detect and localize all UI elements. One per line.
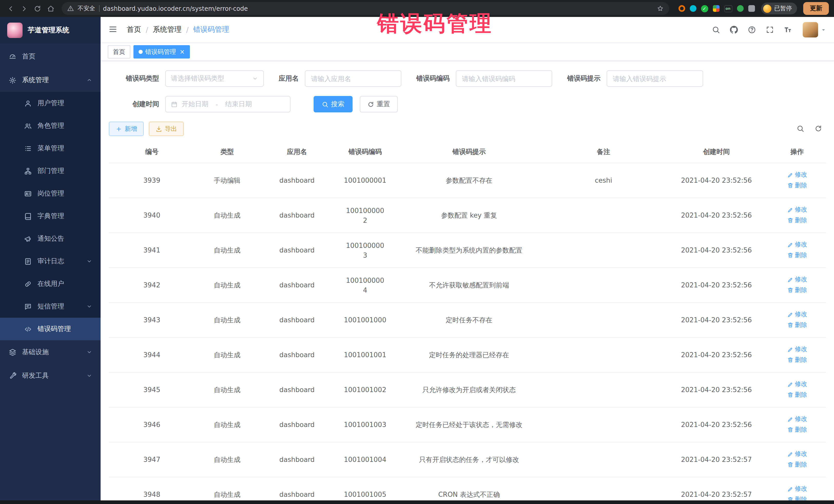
users-icon [24, 122, 32, 130]
tab-error-code[interactable]: 错误码管理 × [133, 45, 190, 59]
delete-link[interactable]: 删除 [787, 285, 807, 295]
refresh-table-icon[interactable] [814, 125, 823, 133]
delete-link[interactable]: 删除 [787, 460, 807, 469]
sidebar: 芋道管理系统 首页系统管理用户管理角色管理菜单管理部门管理岗位管理字典管理通知公… [0, 17, 101, 504]
sidebar-item-错误码管理[interactable]: 错误码管理 [0, 318, 101, 340]
refresh-icon [368, 101, 374, 108]
help-icon[interactable] [747, 25, 756, 35]
sidebar-item-用户管理[interactable]: 用户管理 [0, 92, 101, 114]
tags-view: 首页 错误码管理 × [101, 43, 834, 61]
col-type: 类型 [195, 141, 259, 163]
browser-chrome: 不安全 dashboard.yudao.iocoder.cn/system/er… [0, 0, 834, 17]
date-range-picker[interactable]: 开始日期 - 结束日期 [165, 96, 290, 112]
github-icon[interactable] [729, 25, 739, 35]
delete-link[interactable]: 删除 [787, 320, 807, 330]
sidebar-item-基础设施[interactable]: 基础设施 [0, 340, 101, 364]
cell-id: 3939 [109, 163, 195, 198]
delete-link[interactable]: 删除 [787, 215, 807, 225]
cell-remark [543, 372, 664, 407]
show-search-icon[interactable] [796, 125, 805, 133]
error-code-input[interactable] [456, 70, 552, 87]
delete-link[interactable]: 删除 [787, 355, 807, 365]
cell-remark [543, 198, 664, 233]
url-text: dashboard.yudao.iocoder.cn/system/error-… [103, 5, 653, 12]
close-tab-icon[interactable]: × [180, 49, 185, 55]
table-row: 3945自动生成dashboard1001001002只允许修改为开启或者关闭状… [109, 372, 826, 407]
sidebar-item-岗位管理[interactable]: 岗位管理 [0, 182, 101, 205]
hamburger-icon[interactable] [108, 25, 118, 35]
green-extension-icon[interactable] [737, 5, 743, 12]
breadcrumb-home[interactable]: 首页 [127, 25, 141, 35]
forward-icon[interactable] [19, 3, 30, 14]
edit-link[interactable]: 修改 [787, 414, 807, 424]
delete-link[interactable]: 删除 [787, 180, 807, 190]
vue-devtools-extension-icon[interactable] [701, 5, 708, 12]
cell-actions: 修改删除 [768, 337, 826, 372]
not-secure-warning-icon [67, 5, 74, 12]
edit-link[interactable]: 修改 [787, 170, 807, 180]
cell-type: 自动生成 [195, 442, 259, 477]
edit-link[interactable]: 修改 [787, 205, 807, 215]
app-name-input[interactable] [305, 70, 401, 87]
download-icon [155, 126, 162, 132]
app-logo[interactable]: 芋道管理系统 [0, 17, 101, 44]
font-size-icon[interactable] [783, 25, 792, 35]
edit-link[interactable]: 修改 [787, 344, 807, 354]
table-row: 3946自动生成dashboard1001001003定时任务已经处于该状态，无… [109, 407, 826, 442]
delete-link[interactable]: 删除 [787, 390, 807, 399]
delete-link[interactable]: 删除 [787, 425, 807, 435]
sidebar-item-系统管理[interactable]: 系统管理 [0, 68, 101, 92]
sidebar-item-菜单管理[interactable]: 菜单管理 [0, 137, 101, 160]
book-icon [24, 212, 32, 220]
back-icon[interactable] [5, 3, 17, 14]
export-button[interactable]: 导出 [149, 122, 184, 136]
apps-grid-extension-icon[interactable] [712, 5, 719, 12]
address-bar[interactable]: 不安全 dashboard.yudao.iocoder.cn/system/er… [62, 2, 669, 15]
bookmark-star-icon[interactable] [657, 5, 663, 12]
org-icon [24, 167, 32, 175]
cell-type: 自动生成 [195, 233, 259, 268]
cell-hint: CRON 表达式不正确 [396, 477, 543, 504]
sidebar-item-字典管理[interactable]: 字典管理 [0, 205, 101, 227]
edit-link[interactable]: 修改 [787, 309, 807, 319]
delete-link[interactable]: 删除 [787, 250, 807, 260]
sidebar-item-研发工具[interactable]: 研发工具 [0, 364, 101, 388]
search-button[interactable]: 搜索 [313, 96, 353, 112]
cell-time: 2021-04-20 23:52:56 [664, 337, 768, 372]
sms-icon [24, 302, 32, 310]
edit-link[interactable]: 修改 [787, 240, 807, 249]
sidebar-item-审计日志[interactable]: 审计日志 [0, 250, 101, 272]
edit-link[interactable]: 修改 [787, 275, 807, 284]
edit-link[interactable]: 修改 [787, 379, 807, 389]
update-button[interactable]: 更新 [803, 2, 829, 15]
home-icon[interactable] [45, 3, 57, 14]
col-id: 编号 [109, 141, 195, 163]
tab-home[interactable]: 首页 [108, 45, 130, 59]
error-type-select[interactable]: 请选择错误码类型 [165, 70, 264, 87]
cell-code: 1001001001 [335, 337, 395, 372]
add-button[interactable]: 新增 [109, 122, 144, 136]
colorpicker-extension-icon[interactable] [689, 5, 696, 12]
breadcrumb-system[interactable]: 系统管理 [153, 25, 181, 35]
fullscreen-icon[interactable] [765, 25, 774, 35]
record-extension-icon[interactable] [678, 5, 685, 12]
reset-button[interactable]: 重置 [360, 96, 398, 112]
reload-icon[interactable] [32, 3, 43, 14]
error-hint-input[interactable] [607, 70, 703, 87]
cell-remark: ceshi [543, 163, 664, 198]
paused-badge[interactable]: 已暂停 [761, 3, 797, 14]
sidebar-item-部门管理[interactable]: 部门管理 [0, 160, 101, 182]
search-icon[interactable] [711, 25, 721, 35]
sidebar-item-首页[interactable]: 首页 [0, 45, 101, 68]
plugin-extension-icon[interactable] [748, 5, 755, 12]
filter-hint-label: 错误码提示 [567, 74, 600, 83]
sidebar-item-通知公告[interactable]: 通知公告 [0, 227, 101, 250]
sidebar-item-角色管理[interactable]: 角色管理 [0, 114, 101, 137]
breadcrumb-separator: / [146, 26, 148, 34]
edit-link[interactable]: 修改 [787, 484, 807, 494]
sidebar-item-在线用户[interactable]: 在线用户 [0, 272, 101, 295]
user-avatar[interactable] [803, 22, 826, 38]
sidebar-item-短信管理[interactable]: 短信管理 [0, 295, 101, 318]
switch-on-extension-icon[interactable] [724, 5, 732, 12]
edit-link[interactable]: 修改 [787, 449, 807, 459]
